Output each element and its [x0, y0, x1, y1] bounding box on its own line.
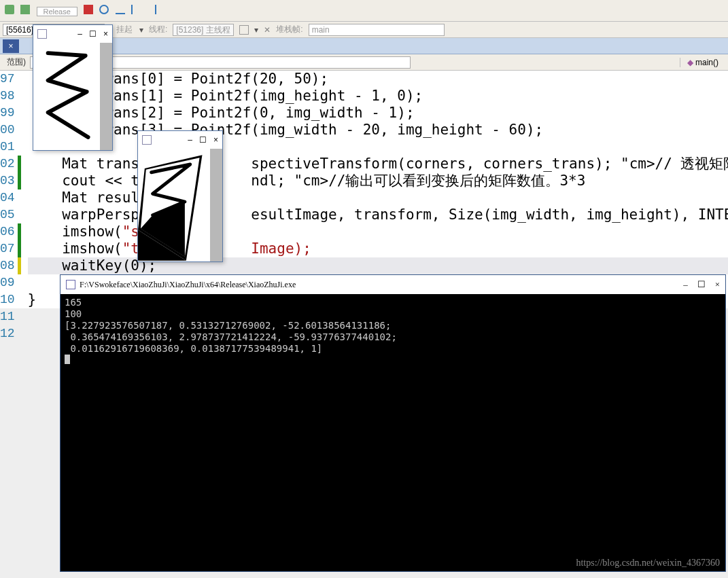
close-icon[interactable]: ×	[715, 279, 720, 290]
minimize-icon[interactable]: –	[683, 279, 688, 290]
image-icon	[142, 135, 152, 145]
stackframe-combo[interactable]	[309, 24, 445, 36]
thread-combo[interactable]: [51236] 主线程	[173, 24, 234, 36]
stop-icon[interactable]	[84, 5, 93, 14]
zigzag-warped	[138, 149, 210, 261]
watermark: https://blog.csdn.net/weixin_4367360	[576, 558, 720, 568]
zigzag-original	[33, 43, 100, 150]
scrollbar-v[interactable]	[210, 149, 222, 261]
code-surface[interactable]: trans[0] = Point2f(20, 50); trans[1] = P…	[21, 71, 728, 308]
app-icon	[66, 280, 75, 289]
config-combo[interactable]: Release	[37, 7, 77, 16]
maximize-icon[interactable]: ☐	[89, 29, 97, 39]
toolbar-icon-group: Release	[3, 5, 158, 16]
filter-icon[interactable]: ▾	[254, 25, 258, 35]
maximize-icon[interactable]: ☐	[199, 135, 207, 145]
imshow-window-trans[interactable]: – ☐ ×	[137, 130, 223, 262]
window-titlebar[interactable]: – ☐ ×	[33, 25, 112, 43]
shuffle-icon[interactable]: ✕	[264, 25, 271, 35]
svg-rect-0	[33, 43, 100, 149]
method-icon: ◆	[687, 58, 693, 67]
function-name: main()	[695, 58, 718, 67]
close-icon[interactable]: ×	[103, 29, 108, 39]
stackframe-label: 堆栈帧:	[276, 24, 302, 35]
scope-label: 范围)	[3, 56, 30, 68]
close-tab-icon[interactable]: ×	[3, 39, 19, 53]
toolbox-icon[interactable]	[239, 25, 249, 35]
maximize-icon[interactable]: ☐	[697, 279, 706, 290]
toolbar-main: Release	[0, 0, 728, 22]
image-canvas	[33, 43, 112, 150]
restart-icon[interactable]	[99, 5, 109, 14]
console-titlebar[interactable]: F:\VSwokeface\XiaoZhuJi\XiaoZhuJi\x64\Re…	[60, 275, 725, 294]
scrollbar-v[interactable]	[100, 43, 112, 150]
play-icon[interactable]	[5, 5, 14, 14]
minimize-icon[interactable]: –	[188, 135, 192, 145]
continue-icon[interactable]	[20, 5, 30, 14]
close-icon[interactable]: ×	[213, 135, 218, 145]
console-output: 165 100 [3.227923576507187, 0.5313271276…	[60, 294, 725, 369]
step-over-icon[interactable]	[116, 5, 125, 14]
imshow-window-src[interactable]: – ☐ ×	[33, 24, 113, 151]
thread-label: 线程:	[149, 24, 167, 35]
image-icon	[37, 29, 47, 39]
suspend-label: 挂起	[116, 24, 133, 35]
step-in-icon[interactable]	[131, 5, 141, 14]
function-indicator[interactable]: ◆ main()	[680, 58, 725, 67]
console-window[interactable]: F:\VSwokeface\XiaoZhuJi\XiaoZhuJi\x64\Re…	[60, 274, 726, 572]
line-gutter: 97989900010203040506070809101112	[0, 71, 18, 308]
window-titlebar[interactable]: – ☐ ×	[138, 131, 222, 149]
console-title-text: F:\VSwokeface\XiaoZhuJi\XiaoZhuJi\x64\Re…	[80, 280, 296, 290]
step-out-icon[interactable]	[147, 5, 156, 14]
image-canvas	[138, 149, 222, 261]
minimize-icon[interactable]: –	[77, 29, 82, 39]
